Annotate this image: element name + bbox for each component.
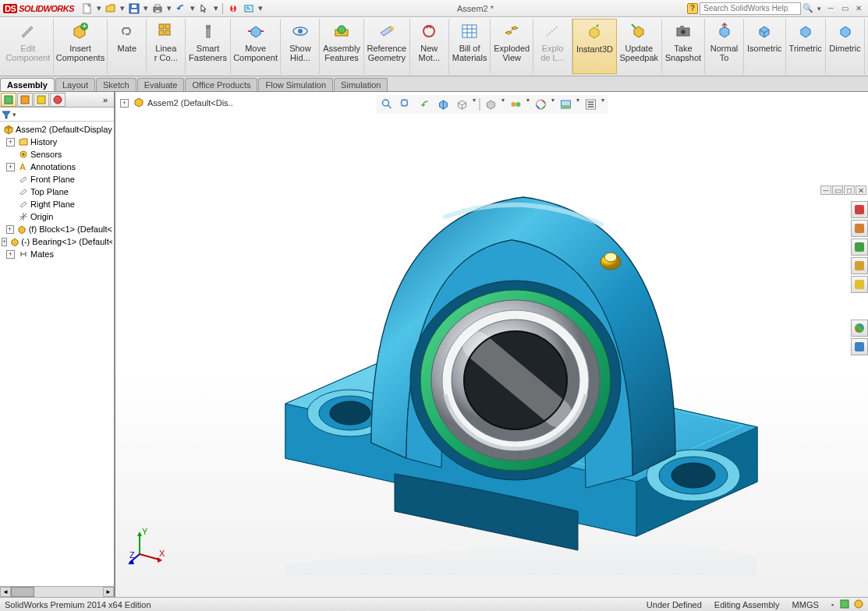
file-explorer-icon[interactable] xyxy=(851,238,868,256)
view-settings-icon[interactable] xyxy=(583,97,598,112)
tree-expand-icon[interactable]: + xyxy=(6,138,15,147)
ribbon-edit-component[interactable]: EditComponent xyxy=(3,19,54,74)
tree-item-f-block-1-default-de[interactable]: +(f) Block<1> (Default< xyxy=(2,223,112,235)
tree-horizontal-scrollbar[interactable]: ◄ ► xyxy=(0,586,114,597)
dropdown-icon[interactable]: ▾ xyxy=(119,2,126,16)
select-icon[interactable] xyxy=(197,2,211,16)
property-manager-tab[interactable] xyxy=(17,93,33,107)
dropdown-icon[interactable]: ▾ xyxy=(257,2,264,16)
tree-item-front-plane[interactable]: Front Plane xyxy=(2,173,112,185)
dropdown-icon[interactable]: ▾ xyxy=(815,2,823,16)
ribbon-bom[interactable]: Bill ofMaterials xyxy=(449,19,491,74)
view-palette-icon[interactable] xyxy=(851,257,868,274)
status-custom-icon[interactable] xyxy=(854,599,863,610)
configuration-manager-tab[interactable] xyxy=(34,93,49,107)
dropdown-icon[interactable]: ▾ xyxy=(143,2,149,16)
save-icon[interactable] xyxy=(127,2,141,16)
ribbon-isometric[interactable]: Isometric xyxy=(744,19,786,74)
cm-tab-evaluate[interactable]: Evaluate xyxy=(137,78,185,91)
tree-item-sensors[interactable]: Sensors xyxy=(2,148,112,161)
appearances-icon[interactable] xyxy=(851,276,868,293)
custom-properties-icon[interactable] xyxy=(851,320,868,337)
status-dropdown-icon[interactable]: ▪ xyxy=(831,601,834,609)
tree-expand-icon[interactable]: + xyxy=(6,163,15,171)
ribbon-assembly-features[interactable]: AssemblyFeatures xyxy=(320,19,363,74)
viewport-maximize-icon[interactable]: □ xyxy=(844,185,855,195)
tree-item-right-plane[interactable]: Right Plane xyxy=(2,198,112,210)
viewport-breadcrumb[interactable]: + Assem2 (Default<Dis.. xyxy=(120,97,233,109)
tree-item-top-plane[interactable]: Top Plane xyxy=(2,185,112,198)
cm-tab-office-products[interactable]: Office Products xyxy=(185,78,257,91)
ribbon-mate[interactable]: Mate xyxy=(108,19,147,74)
tree-expand-icon[interactable]: + xyxy=(6,250,15,259)
ribbon-dimetric[interactable]: Dimetric xyxy=(826,19,865,74)
ribbon-exploded-view[interactable]: ExplodedView xyxy=(491,19,533,74)
orientation-triad[interactable]: Y X Z xyxy=(128,527,167,566)
new-doc-icon[interactable] xyxy=(80,2,94,16)
ribbon-trimetric[interactable]: Trimetric xyxy=(786,19,826,74)
apply-scene-icon[interactable] xyxy=(558,97,573,112)
tree-expand-icon[interactable]: » xyxy=(97,93,113,107)
section-view-icon[interactable] xyxy=(435,97,451,112)
zoom-fit-icon[interactable] xyxy=(379,97,395,112)
tree-item-annotations[interactable]: +AAnnotations xyxy=(2,161,112,173)
3d-viewport[interactable]: + Assem2 (Default<Dis.. ▾ ▾ ▾ ▾ ▾ ▾ xyxy=(115,92,868,597)
forum-icon[interactable] xyxy=(851,338,868,355)
ribbon-instant3d[interactable]: Instant3D xyxy=(572,19,617,74)
display-style-icon[interactable] xyxy=(483,97,498,112)
cm-tab-sketch[interactable]: Sketch xyxy=(96,78,136,91)
close-icon[interactable]: ✕ xyxy=(852,3,865,14)
tree-item-bearing-1-default[interactable]: +(-) Bearing<1> (Default<< xyxy=(2,235,112,248)
dropdown-icon[interactable]: ▾ xyxy=(166,2,172,16)
minimize-icon[interactable]: ─ xyxy=(824,3,837,14)
tree-filter-bar[interactable]: ▾ xyxy=(0,108,114,122)
dropdown-icon[interactable]: ▾ xyxy=(213,2,219,16)
tree-item-mates[interactable]: +Mates xyxy=(2,248,112,260)
scroll-left-icon[interactable]: ◄ xyxy=(0,587,11,597)
viewport-close-icon[interactable]: ✕ xyxy=(856,185,866,195)
help-icon[interactable]: ? xyxy=(687,3,698,14)
cm-tab-flow-simulation[interactable]: Flow Simulation xyxy=(258,78,333,91)
scroll-right-icon[interactable]: ► xyxy=(103,587,114,597)
scroll-thumb[interactable] xyxy=(11,587,34,597)
open-doc-icon[interactable] xyxy=(104,2,118,16)
dropdown-icon[interactable]: ▾ xyxy=(96,2,102,16)
tree-expand-icon[interactable]: + xyxy=(6,225,14,234)
design-library-icon[interactable] xyxy=(851,220,868,237)
status-rebuild-icon[interactable] xyxy=(840,599,849,610)
ribbon-insert-components[interactable]: +InsertComponents xyxy=(54,19,108,74)
edit-appearance-icon[interactable] xyxy=(533,97,548,112)
tree-expand-icon[interactable]: + xyxy=(2,238,7,246)
feature-manager-tab[interactable] xyxy=(1,93,16,107)
breadcrumb-expand-icon[interactable]: + xyxy=(120,99,129,108)
ribbon-new-motion[interactable]: NewMot... xyxy=(410,19,449,74)
previous-view-icon[interactable] xyxy=(416,97,432,112)
viewport-minimize-icon[interactable]: ─ xyxy=(820,185,831,195)
hide-show-icon[interactable] xyxy=(508,97,523,112)
tree-root-assembly[interactable]: Assem2 (Default<Display Sta xyxy=(2,123,112,136)
tree-item-history[interactable]: +History xyxy=(2,136,112,148)
ribbon-take-snapshot[interactable]: TakeSnapshot xyxy=(662,19,705,74)
ribbon-smart-fasteners[interactable]: SmartFasteners xyxy=(186,19,230,74)
zoom-area-icon[interactable] xyxy=(398,97,413,112)
restore-icon[interactable]: ▭ xyxy=(838,3,851,14)
ribbon-update-speedpak[interactable]: UpdateSpeedpak xyxy=(617,19,662,74)
search-icon[interactable]: 🔍 xyxy=(802,3,813,13)
solidworks-resources-icon[interactable] xyxy=(851,201,868,218)
rebuild-icon[interactable] xyxy=(226,2,240,16)
cm-tab-simulation[interactable]: Simulation xyxy=(334,78,388,91)
dropdown-icon[interactable]: ▾ xyxy=(190,2,196,16)
ribbon-linear-pattern[interactable]: Linear Co... xyxy=(147,19,186,74)
dimxpert-manager-tab[interactable] xyxy=(50,93,66,107)
cm-tab-layout[interactable]: Layout xyxy=(55,78,95,91)
undo-icon[interactable] xyxy=(174,2,188,16)
tree-item-origin[interactable]: Origin xyxy=(2,210,112,223)
ribbon-show-hidden[interactable]: ShowHid... xyxy=(281,19,320,74)
viewport-restore-icon[interactable]: ▭ xyxy=(832,185,843,195)
ribbon-normal-to[interactable]: NormalTo xyxy=(705,19,744,74)
options-icon[interactable] xyxy=(242,2,256,16)
cm-tab-assembly[interactable]: Assembly xyxy=(0,78,55,91)
status-units[interactable]: MMGS xyxy=(792,600,819,609)
ribbon-reference-geometry[interactable]: ReferenceGeometry xyxy=(364,19,410,74)
ribbon-move-component[interactable]: MoveComponent xyxy=(231,19,282,74)
